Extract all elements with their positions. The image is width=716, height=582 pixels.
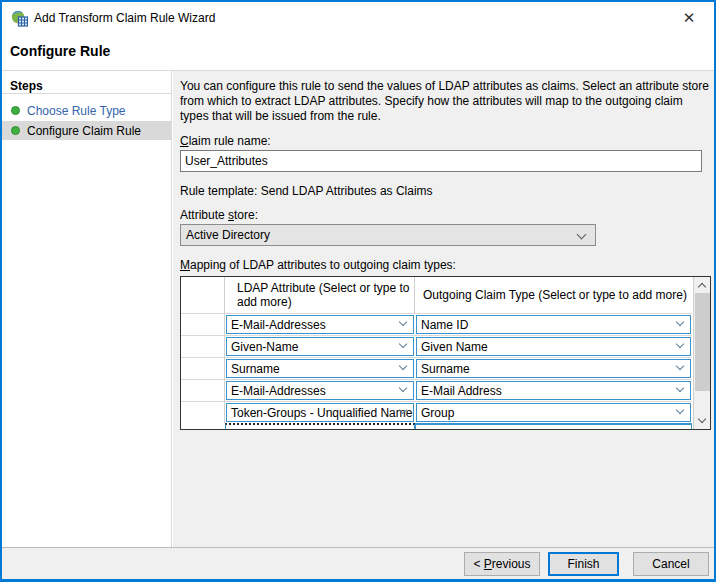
- row-selector-cell[interactable]: [181, 314, 225, 335]
- attribute-store-value: Active Directory: [186, 228, 270, 242]
- column-header-outgoing-claim-type: Outgoing Claim Type (Select or type to a…: [415, 277, 692, 313]
- row-selector-cell[interactable]: [181, 358, 225, 379]
- table-row-partial: [181, 423, 692, 429]
- table-row: Surname Surname: [181, 357, 692, 379]
- steps-sidebar: Steps Choose Rule Type Configure Claim R…: [2, 71, 172, 547]
- row-selector-cell[interactable]: [181, 336, 225, 357]
- steps-heading: Steps: [10, 79, 43, 93]
- outgoing-claim-type-select[interactable]: Group: [416, 403, 691, 422]
- page-title: Configure Rule: [10, 43, 110, 59]
- step-label: Configure Claim Rule: [27, 124, 141, 138]
- table-row: Given-Name Given Name: [181, 335, 692, 357]
- cancel-button[interactable]: Cancel: [633, 552, 709, 576]
- window-title: Add Transform Claim Rule Wizard: [34, 2, 215, 34]
- step-complete-bullet-icon: [11, 126, 20, 135]
- table-row: E-Mail-Addresses E-Mail Address: [181, 379, 692, 401]
- sidebar-item-configure-claim-rule[interactable]: Configure Claim Rule: [2, 121, 171, 140]
- chevron-down-icon: [676, 384, 684, 392]
- step-complete-bullet-icon: [11, 106, 20, 115]
- rule-template-text: Rule template: Send LDAP Attributes as C…: [180, 184, 433, 198]
- rule-description: You can configure this rule to send the …: [180, 79, 710, 124]
- outgoing-claim-type-select[interactable]: E-Mail Address: [416, 381, 691, 400]
- row-selector-cell[interactable]: [181, 402, 225, 423]
- step-label: Choose Rule Type: [27, 104, 126, 118]
- chevron-down-icon: [399, 384, 407, 392]
- outgoing-claim-type-select[interactable]: Given Name: [416, 337, 691, 356]
- finish-button[interactable]: Finish: [548, 552, 619, 576]
- chevron-down-icon: [676, 318, 684, 326]
- column-header-ldap-attribute: LDAP Attribute (Select or type to add mo…: [225, 277, 415, 313]
- adfs-wizard-icon: [11, 10, 28, 27]
- table-vertical-scrollbar[interactable]: [693, 277, 710, 429]
- sidebar-item-choose-rule-type[interactable]: Choose Rule Type: [2, 101, 171, 120]
- claim-rule-name-input[interactable]: [180, 150, 702, 172]
- table-row: E-Mail-Addresses Name ID: [181, 313, 692, 335]
- title-bar: Add Transform Claim Rule Wizard ✕: [2, 2, 714, 34]
- outgoing-claim-type-select-partial[interactable]: [415, 423, 692, 429]
- ldap-mapping-table: LDAP Attribute (Select or type to add mo…: [180, 276, 711, 430]
- mapping-label: Mapping of LDAP attributes to outgoing c…: [180, 258, 456, 272]
- chevron-down-icon: [676, 362, 684, 370]
- close-icon[interactable]: ✕: [672, 3, 706, 33]
- chevron-down-icon: [399, 340, 407, 348]
- chevron-down-icon: [577, 230, 587, 240]
- chevron-down-icon: [676, 406, 684, 414]
- previous-button[interactable]: < Previous: [464, 552, 540, 576]
- chevron-down-icon: [399, 362, 407, 370]
- outgoing-claim-type-select[interactable]: Surname: [416, 359, 691, 378]
- wizard-window: Add Transform Claim Rule Wizard ✕ Config…: [0, 0, 716, 582]
- outgoing-claim-type-select[interactable]: Name ID: [416, 315, 691, 334]
- chevron-down-icon: [399, 318, 407, 326]
- scroll-down-icon[interactable]: [694, 413, 710, 429]
- content-pane: You can configure this rule to send the …: [173, 71, 716, 547]
- table-header-row: LDAP Attribute (Select or type to add mo…: [181, 277, 692, 313]
- attribute-store-select[interactable]: Active Directory: [180, 224, 596, 246]
- claim-rule-name-label: Claim rule name:: [180, 134, 271, 148]
- ldap-attribute-select[interactable]: E-Mail-Addresses: [226, 381, 414, 400]
- ldap-attribute-select[interactable]: E-Mail-Addresses: [226, 315, 414, 334]
- ldap-attribute-select-partial[interactable]: [225, 423, 415, 429]
- table-row: Token-Groups - Unqualified Names Group: [181, 401, 692, 423]
- scrollbar-thumb[interactable]: [695, 293, 710, 391]
- steps-divider: [2, 93, 172, 94]
- ldap-attribute-select[interactable]: Token-Groups - Unqualified Names: [226, 403, 414, 422]
- row-selector-cell[interactable]: [181, 380, 225, 401]
- chevron-down-icon: [676, 340, 684, 348]
- ldap-attribute-select[interactable]: Surname: [226, 359, 414, 378]
- attribute-store-label: Attribute store:: [180, 208, 258, 222]
- scroll-up-icon[interactable]: [694, 277, 710, 293]
- row-selector-header: [181, 277, 225, 313]
- ldap-attribute-select[interactable]: Given-Name: [226, 337, 414, 356]
- button-bar: < Previous Finish Cancel: [2, 547, 714, 579]
